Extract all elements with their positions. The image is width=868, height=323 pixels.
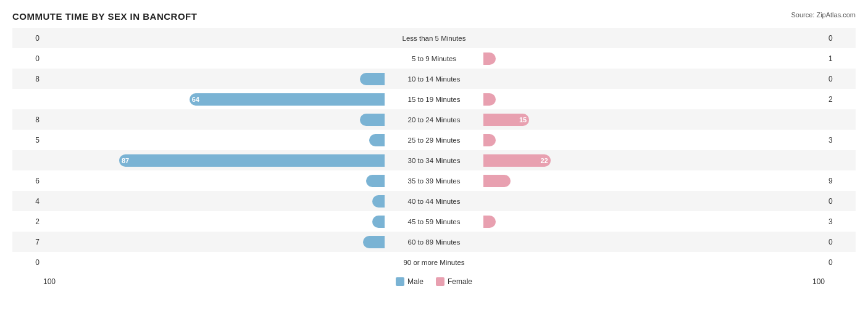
left-value: 0 <box>12 34 43 43</box>
left-bars: 87 <box>43 154 385 167</box>
bar-section: 64 15 to 19 Minutes <box>43 89 825 109</box>
bars-wrapper: 45 to 59 Minutes <box>43 211 825 232</box>
bar-label: 45 to 59 Minutes <box>385 218 483 225</box>
chart-row: 87 30 to 34 Minutes 22 <box>12 150 856 170</box>
right-value: 3 <box>825 136 856 145</box>
right-bars <box>483 195 825 208</box>
left-value: 0 <box>12 258 43 267</box>
female-value-inside: 22 <box>540 157 548 164</box>
bar-section: 20 to 24 Minutes 15 <box>43 109 825 130</box>
source-text: Source: ZipAtlas.com <box>791 11 856 19</box>
right-bars <box>483 235 825 249</box>
right-bars <box>483 31 825 45</box>
bars-wrapper: 5 to 9 Minutes <box>43 48 825 69</box>
right-bars: 15 <box>483 113 825 127</box>
legend-male: Male <box>396 277 424 286</box>
legend-female-box <box>436 277 444 286</box>
left-bars <box>43 52 385 65</box>
bar-section: 35 to 39 Minutes <box>43 170 825 191</box>
left-bars <box>43 31 385 45</box>
chart-row: 4 40 to 44 Minutes 0 <box>12 191 856 211</box>
bar-male <box>366 175 385 187</box>
left-value: 8 <box>12 75 43 83</box>
right-value: 0 <box>825 34 856 43</box>
left-bars <box>43 256 385 269</box>
left-value: 2 <box>12 217 43 226</box>
bar-male <box>360 114 385 126</box>
bar-label: 20 to 24 Minutes <box>385 116 483 124</box>
bar-label: 15 to 19 Minutes <box>385 96 483 103</box>
left-value: 5 <box>12 136 43 145</box>
left-value: 7 <box>12 238 43 246</box>
bar-female <box>483 52 496 65</box>
bars-wrapper: 20 to 24 Minutes 15 <box>43 109 825 130</box>
chart-title: COMMUTE TIME BY SEX IN BANCROFT <box>12 11 856 22</box>
right-bars <box>483 174 825 188</box>
legend-male-box <box>396 277 404 286</box>
bar-label: 25 to 29 Minutes <box>385 136 483 144</box>
right-value: 0 <box>825 258 856 267</box>
left-bars <box>43 174 385 188</box>
left-value: 8 <box>12 115 43 124</box>
bar-male: 87 <box>119 154 385 167</box>
chart-row: 0 Less than 5 Minutes 0 <box>12 28 856 48</box>
bar-female <box>483 134 496 146</box>
bar-female <box>483 175 511 187</box>
right-bars <box>483 52 825 65</box>
male-value-inside: 64 <box>192 96 199 103</box>
right-value: 2 <box>825 95 856 104</box>
chart-row: 6 35 to 39 Minutes 9 <box>12 170 856 191</box>
rows-area: 0 Less than 5 Minutes 0 0 <box>12 28 856 272</box>
bar-label: 30 to 34 Minutes <box>385 157 483 164</box>
bar-section: 90 or more Minutes <box>43 252 825 272</box>
bar-label: 35 to 39 Minutes <box>385 177 483 185</box>
legend-male-label: Male <box>407 277 424 286</box>
right-bars <box>483 93 825 106</box>
bars-wrapper: 64 15 to 19 Minutes <box>43 89 825 109</box>
left-value: 6 <box>12 177 43 185</box>
left-bars <box>43 113 385 127</box>
chart-row: 8 20 to 24 Minutes 15 <box>12 109 856 130</box>
bar-section: 10 to 14 Minutes <box>43 69 825 89</box>
female-value-inside: 15 <box>519 116 527 124</box>
right-value: 9 <box>825 177 856 185</box>
bar-label: 40 to 44 Minutes <box>385 198 483 205</box>
right-value: 0 <box>825 197 856 206</box>
bar-male <box>360 73 385 85</box>
legend-area: 100 Male Female 100 <box>12 277 856 286</box>
bar-female <box>483 216 496 228</box>
bar-section: 45 to 59 Minutes <box>43 211 825 232</box>
bar-section: 40 to 44 Minutes <box>43 191 825 211</box>
right-bars: 22 <box>483 154 825 167</box>
chart-row: 0 90 or more Minutes 0 <box>12 252 856 272</box>
bars-wrapper: 90 or more Minutes <box>43 252 825 272</box>
bar-section: Less than 5 Minutes <box>43 28 825 48</box>
bar-label: 5 to 9 Minutes <box>385 55 483 62</box>
axis-left: 100 <box>43 277 56 286</box>
left-bars: 64 <box>43 93 385 106</box>
chart-row: 0 5 to 9 Minutes 1 <box>12 48 856 69</box>
bar-male: 64 <box>190 93 385 106</box>
legend-female: Female <box>436 277 472 286</box>
bar-section: 87 30 to 34 Minutes 22 <box>43 150 825 170</box>
right-value: 0 <box>825 238 856 246</box>
bar-female: 22 <box>483 154 551 167</box>
left-value: 4 <box>12 197 43 206</box>
axis-right: 100 <box>812 277 825 286</box>
bar-label: 60 to 89 Minutes <box>385 238 483 246</box>
bar-label: Less than 5 Minutes <box>385 35 483 42</box>
bar-section: 60 to 89 Minutes <box>43 232 825 252</box>
male-value-inside: 87 <box>122 157 129 164</box>
bar-section: 25 to 29 Minutes <box>43 130 825 150</box>
right-value: 0 <box>825 75 856 83</box>
right-bars <box>483 133 825 147</box>
right-bars <box>483 256 825 269</box>
bars-wrapper: Less than 5 Minutes <box>43 28 825 48</box>
legend-center: Male Female <box>396 277 472 286</box>
bars-wrapper: 60 to 89 Minutes <box>43 232 825 252</box>
right-value: 1 <box>825 54 856 63</box>
bar-label: 90 or more Minutes <box>385 259 483 266</box>
bar-male <box>363 236 385 248</box>
chart-row: 64 15 to 19 Minutes 2 <box>12 89 856 109</box>
bars-wrapper: 25 to 29 Minutes <box>43 130 825 150</box>
